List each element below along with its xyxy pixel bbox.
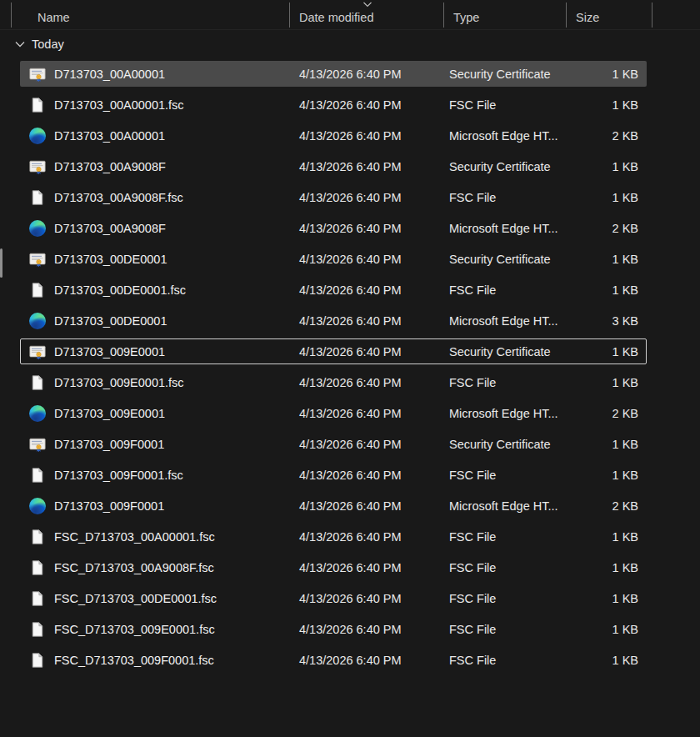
column-header-type-label: Type (444, 6, 479, 24)
file-size: 1 KB (567, 623, 648, 636)
table-row[interactable]: D713703_00DE0001 4/13/2026 6:40 PM Secur… (0, 243, 700, 274)
file-date-modified: 4/13/2026 6:40 PM (290, 407, 444, 420)
file-date-modified: 4/13/2026 6:40 PM (290, 68, 444, 81)
fsc-file-icon (29, 652, 46, 669)
file-size: 1 KB (567, 283, 648, 297)
file-size: 1 KB (567, 376, 648, 389)
file-name: D713703_009E0001.fsc (54, 376, 184, 389)
column-header-size[interactable]: Size (567, 0, 652, 29)
file-type: Security Certificate (444, 345, 567, 358)
table-row[interactable]: D713703_009F0001 4/13/2026 6:40 PM Secur… (0, 429, 700, 459)
table-row[interactable]: D713703_00A00001.fsc 4/13/2026 6:40 PM F… (0, 89, 700, 120)
file-type: FSC File (444, 98, 567, 112)
file-type: FSC File (444, 623, 567, 636)
fsc-file-icon (29, 529, 46, 545)
table-row[interactable]: FSC_D713703_009F0001.fsc 4/13/2026 6:40 … (0, 644, 700, 675)
file-type: FSC File (444, 191, 567, 204)
file-type: FSC File (444, 592, 567, 605)
file-type: Security Certificate (444, 438, 567, 451)
file-size: 1 KB (567, 654, 648, 667)
file-size: 1 KB (567, 191, 648, 204)
table-row[interactable]: FSC_D713703_00A00001.fsc 4/13/2026 6:40 … (0, 521, 700, 552)
security-certificate-icon (29, 343, 46, 360)
table-row[interactable]: D713703_009E0001 4/13/2026 6:40 PM Secur… (0, 336, 700, 367)
file-date-modified: 4/13/2026 6:40 PM (290, 345, 444, 358)
file-date-modified: 4/13/2026 6:40 PM (290, 191, 444, 204)
file-date-modified: 4/13/2026 6:40 PM (290, 376, 444, 389)
file-size: 3 KB (567, 314, 648, 328)
file-date-modified: 4/13/2026 6:40 PM (290, 253, 444, 266)
group-header-today[interactable]: Today (0, 30, 700, 58)
column-header-date-modified-label: Date modified (290, 6, 373, 24)
file-name: FSC_D713703_009F0001.fsc (54, 654, 214, 667)
file-size: 1 KB (567, 592, 648, 605)
column-header-date-modified[interactable]: Date modified (290, 0, 444, 29)
column-header-name[interactable]: Name (0, 0, 290, 29)
file-name: D713703_00A00001 (54, 129, 165, 143)
table-row[interactable]: FSC_D713703_009E0001.fsc 4/13/2026 6:40 … (0, 614, 700, 644)
file-rows-container: D713703_00A00001 4/13/2026 6:40 PM Secur… (0, 58, 700, 675)
file-name: D713703_009F0001 (54, 438, 164, 451)
file-date-modified: 4/13/2026 6:40 PM (290, 623, 444, 636)
file-type: FSC File (444, 561, 567, 574)
column-resize-handle[interactable] (11, 3, 12, 28)
file-name: D713703_00A9008F.fsc (54, 191, 183, 204)
table-row[interactable]: D713703_00A00001 4/13/2026 6:40 PM Micro… (0, 120, 700, 151)
table-row[interactable]: FSC_D713703_00DE0001.fsc 4/13/2026 6:40 … (0, 583, 700, 614)
left-scrollbar-thumb[interactable] (0, 248, 2, 278)
column-resize-handle[interactable] (566, 3, 567, 28)
file-type: Microsoft Edge HT... (444, 499, 567, 513)
table-row[interactable]: D713703_00DE0001 4/13/2026 6:40 PM Micro… (0, 305, 700, 336)
table-row[interactable]: D713703_009F0001.fsc 4/13/2026 6:40 PM F… (0, 459, 700, 490)
table-row[interactable]: D713703_009E0001.fsc 4/13/2026 6:40 PM F… (0, 367, 700, 398)
file-name: D713703_009E0001 (54, 345, 165, 358)
table-row[interactable]: D713703_00A9008F 4/13/2026 6:40 PM Micro… (0, 213, 700, 243)
file-size: 2 KB (567, 222, 648, 235)
file-name: FSC_D713703_00A00001.fsc (54, 530, 215, 544)
file-date-modified: 4/13/2026 6:40 PM (290, 530, 444, 544)
file-size: 1 KB (567, 160, 648, 173)
file-name: D713703_00DE0001 (54, 253, 167, 266)
file-size: 1 KB (567, 98, 648, 112)
security-certificate-icon (29, 66, 46, 83)
column-header-type[interactable]: Type (444, 0, 567, 29)
file-type: Security Certificate (444, 253, 567, 266)
file-type: Microsoft Edge HT... (444, 129, 567, 143)
fsc-file-icon (29, 282, 46, 298)
table-row[interactable]: D713703_009E0001 4/13/2026 6:40 PM Micro… (0, 398, 700, 429)
table-row[interactable]: D713703_00A9008F.fsc 4/13/2026 6:40 PM F… (0, 182, 700, 213)
edge-html-icon (29, 405, 46, 422)
file-name: D713703_009E0001 (54, 407, 165, 420)
fsc-file-icon (29, 590, 46, 607)
table-row[interactable]: D713703_00DE0001.fsc 4/13/2026 6:40 PM F… (0, 274, 700, 305)
file-type: FSC File (444, 530, 567, 544)
file-size: 2 KB (567, 407, 648, 420)
column-header-bar: Name Date modified Type Size (0, 0, 700, 30)
column-resize-handle[interactable] (652, 3, 652, 28)
file-size: 1 KB (567, 561, 648, 574)
file-date-modified: 4/13/2026 6:40 PM (290, 592, 444, 605)
file-explorer-list-view: Name Date modified Type Size T (0, 0, 700, 737)
table-row[interactable]: D713703_00A00001 4/13/2026 6:40 PM Secur… (0, 58, 700, 89)
table-row[interactable]: FSC_D713703_00A9008F.fsc 4/13/2026 6:40 … (0, 552, 700, 583)
security-certificate-icon (29, 436, 46, 453)
file-name: D713703_00A00001.fsc (54, 98, 184, 112)
file-type: FSC File (444, 376, 567, 389)
group-collapse-chevron-icon[interactable] (15, 41, 25, 48)
file-name: D713703_00DE0001 (54, 314, 167, 328)
table-row[interactable]: D713703_00A9008F 4/13/2026 6:40 PM Secur… (0, 151, 700, 182)
file-size: 1 KB (567, 530, 648, 544)
column-resize-handle[interactable] (443, 3, 444, 28)
fsc-file-icon (29, 621, 46, 638)
file-date-modified: 4/13/2026 6:40 PM (290, 160, 444, 173)
file-date-modified: 4/13/2026 6:40 PM (290, 222, 444, 235)
file-type: Security Certificate (444, 68, 567, 81)
sort-descending-chevron-icon (362, 2, 372, 8)
table-row[interactable]: D713703_009F0001 4/13/2026 6:40 PM Micro… (0, 490, 700, 521)
file-type: FSC File (444, 469, 567, 482)
file-type: FSC File (444, 283, 567, 297)
file-date-modified: 4/13/2026 6:40 PM (290, 283, 444, 297)
column-resize-handle[interactable] (289, 3, 290, 28)
file-size: 1 KB (567, 253, 648, 266)
file-date-modified: 4/13/2026 6:40 PM (290, 499, 444, 513)
